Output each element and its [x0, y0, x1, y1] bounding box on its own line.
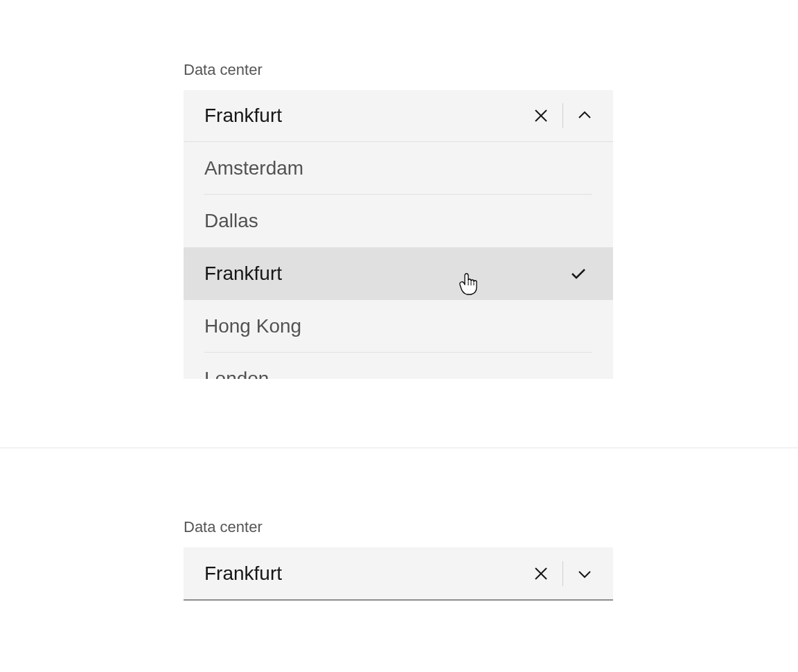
clear-button[interactable] — [525, 100, 557, 132]
option-label: Dallas — [204, 210, 565, 232]
combobox-controls — [525, 100, 613, 132]
option-label: Hong Kong — [204, 315, 565, 337]
clear-button[interactable] — [525, 558, 557, 590]
combobox-options: Amsterdam Dallas Frankfurt Hong Kong — [184, 142, 613, 379]
section-divider — [0, 448, 798, 448]
divider — [562, 103, 563, 128]
option-label: Amsterdam — [204, 157, 565, 179]
chevron-up-icon — [576, 107, 593, 124]
chevron-down-icon — [576, 565, 593, 582]
option-london[interactable]: London — [184, 353, 613, 379]
data-center-combobox-closed: Frankfurt — [184, 547, 613, 601]
combobox-input-row[interactable]: Frankfurt — [184, 547, 613, 599]
option-check — [565, 265, 592, 283]
option-frankfurt[interactable]: Frankfurt — [184, 247, 613, 300]
option-dallas[interactable]: Dallas — [184, 195, 613, 247]
option-hong-kong[interactable]: Hong Kong — [184, 300, 613, 353]
expand-button[interactable] — [569, 558, 601, 590]
option-amsterdam[interactable]: Amsterdam — [184, 142, 613, 195]
option-label: London — [204, 368, 565, 379]
combobox-value: Frankfurt — [204, 563, 525, 585]
combobox-input-row[interactable]: Frankfurt — [184, 90, 613, 142]
combobox-value: Frankfurt — [204, 105, 525, 127]
close-icon — [533, 108, 549, 123]
checkmark-icon — [569, 265, 587, 283]
data-center-combobox-open: Frankfurt Amsterdam — [184, 90, 613, 379]
divider — [562, 561, 563, 586]
option-label: Frankfurt — [204, 263, 565, 285]
combobox-controls — [525, 558, 613, 590]
collapse-button[interactable] — [569, 100, 601, 132]
field-label: Data center — [184, 518, 613, 536]
close-icon — [533, 566, 549, 581]
field-label: Data center — [184, 61, 613, 79]
